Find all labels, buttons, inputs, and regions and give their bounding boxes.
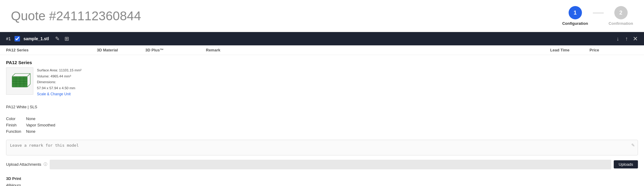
header-3dplus: 3D Plus™: [145, 48, 206, 52]
upload-row: Upload Attachments ⓘ Uploads: [6, 160, 638, 169]
leadtime-hours: 48Hours: [6, 182, 45, 186]
file-actions: ✎ ⊞: [54, 35, 70, 42]
volume: Volume: 4965.44 mm³: [37, 73, 81, 80]
file-close-btn[interactable]: ✕: [633, 35, 638, 42]
upload-info-icon[interactable]: ⓘ: [44, 162, 47, 167]
step-2-circle: 2: [614, 6, 628, 19]
dimensions-label: Dimensions:: [37, 79, 81, 85]
step-1: 1 Configuration: [562, 6, 588, 26]
svg-line-2: [27, 73, 30, 77]
finish-label: Finish: [6, 123, 21, 127]
svg-line-3: [27, 84, 30, 87]
header-series: PA12 Series: [6, 48, 97, 52]
dimensions-value: 57.94 x 57.94 x 4.50 mm: [37, 85, 81, 91]
step-connector: [593, 13, 604, 13]
file-row-header: #1 sample_1.stl ✎ ⊞ ↓ ↑ ✕: [0, 32, 644, 45]
model-3d-icon: [8, 69, 32, 93]
step-1-label: Configuration: [562, 21, 588, 26]
upload-label: Upload Attachments: [6, 162, 41, 167]
remark-edit-icon[interactable]: ✎: [631, 143, 635, 148]
arrow-down-btn[interactable]: ↓: [615, 36, 620, 42]
model-preview: Surface Area: 11101.15 mm² Volume: 4965.…: [6, 67, 97, 97]
function-label: Function: [6, 129, 21, 134]
svg-line-1: [12, 73, 15, 77]
remark-textarea[interactable]: [6, 140, 638, 155]
function-value: None: [26, 129, 55, 134]
edit-icon-btn[interactable]: ✎: [54, 35, 61, 42]
stepper: 1 Configuration 2 Confirmation: [562, 6, 633, 26]
header-leadtime: Lead Time: [550, 48, 590, 52]
model-thumbnail: [6, 67, 33, 95]
add-icon-btn[interactable]: ⊞: [63, 35, 70, 42]
finish-value: Vapor Smoothed: [26, 123, 55, 127]
surface-area: Surface Area: 11101.15 mm²: [37, 67, 81, 73]
model-meta: Surface Area: 11101.15 mm² Volume: 4965.…: [37, 67, 81, 97]
leadtime-type: 3D Print: [6, 175, 45, 182]
arrow-up-btn[interactable]: ↑: [624, 36, 629, 42]
header-remark: Remark: [206, 48, 550, 52]
plus-values: None Vapor Smoothed None: [26, 116, 55, 134]
material-col: PA12 White | SLS: [6, 97, 54, 109]
leadtime-col: 3D Print 48Hours 3D Plus™ 4 Days: [6, 169, 45, 186]
model-row: PA12 Series: [0, 55, 644, 186]
color-value: None: [26, 116, 55, 121]
color-label: Color: [6, 116, 21, 121]
model-series-col: PA12 Series: [6, 60, 97, 97]
column-headers: PA12 Series 3D Material 3D Plus™ Remark …: [0, 45, 644, 55]
top-bar: Quote #241112360844 1 Configuration 2 Co…: [0, 0, 644, 32]
scale-change-unit-link[interactable]: Scale & Change Unit: [37, 92, 71, 96]
plus-labels: Color Finish Function: [6, 116, 21, 134]
file-index: #1: [6, 36, 11, 41]
upload-placeholder: [50, 160, 611, 169]
step-2: 2 Confirmation: [609, 6, 633, 26]
3dplus-col: Color Finish Function None Vapor Smoothe…: [6, 109, 67, 134]
step-2-label: Confirmation: [609, 21, 633, 26]
header-price: Price: [590, 48, 638, 52]
upload-button[interactable]: Uploads: [614, 160, 638, 168]
page-title: Quote #241112360844: [11, 9, 141, 23]
series-title: PA12 Series: [6, 60, 97, 65]
svg-rect-0: [12, 77, 27, 87]
file-name: sample_1.stl: [24, 36, 49, 41]
remark-col: ✎ Upload Attachments ⓘ Uploads: [6, 134, 638, 169]
file-checkbox[interactable]: [15, 36, 20, 41]
header-material: 3D Material: [97, 48, 145, 52]
remark-input-area: ✎: [6, 140, 638, 157]
step-1-circle: 1: [569, 6, 582, 19]
